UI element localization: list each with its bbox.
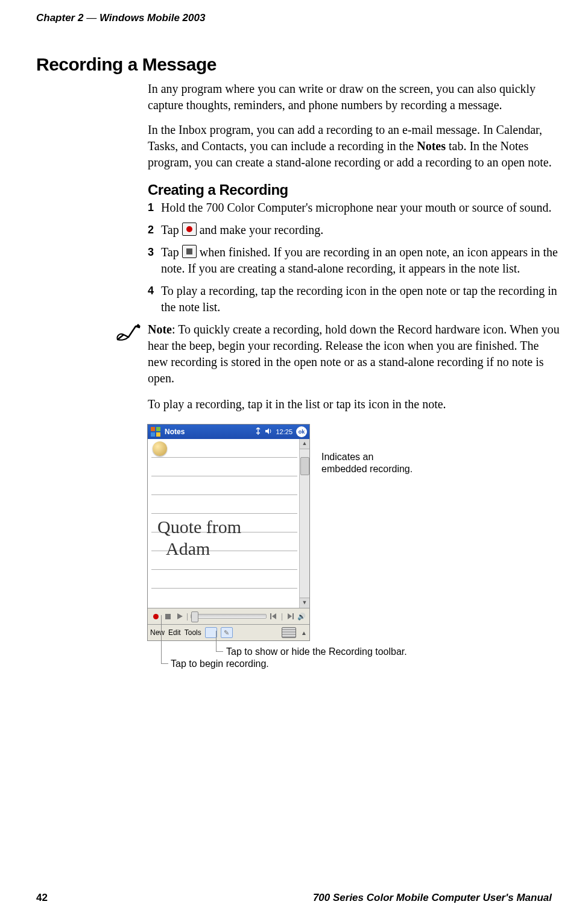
recording-toolbar: | | [148,608,309,624]
toolbar-play-button[interactable] [174,611,185,622]
toolbar-speaker-button[interactable] [296,611,307,622]
note-callout: Note: To quickly create a recording, hol… [115,321,561,387]
handwriting-line-2: Adam [157,538,241,560]
step-3b: when finished. If you are recording in a… [161,245,558,275]
svg-rect-0 [151,427,155,431]
step-3: 3 Tap when finished. If you are recordin… [148,244,561,277]
annotation-begin-recording: Tap to begin recording. [171,659,269,669]
chapter-title: Windows Mobile 2003 [100,12,206,24]
playback-slider[interactable] [191,614,267,619]
menu-tools[interactable]: Tools [185,628,201,637]
svg-rect-3 [156,432,160,437]
device-menu-bar: New Edit Tools ▲ [148,624,309,640]
handwritten-text: Quote from Adam [157,516,241,560]
svg-rect-2 [151,432,155,437]
pen-tool-icon[interactable] [221,627,233,638]
step-1: 1 Hold the 700 Color Computer's micropho… [148,200,561,216]
note-hand-icon [115,321,142,343]
handwriting-line-1: Quote from [157,516,241,538]
vertical-scrollbar[interactable]: ▲ ▼ [299,439,309,608]
svg-rect-1 [156,427,160,431]
step-4: 4 To play a recording, tap the recording… [148,283,561,315]
manual-title: 700 Series Color Mobile Computer User's … [313,892,552,904]
step-number-1: 1 [148,200,156,215]
leader-line-toolbar-h [216,651,223,652]
running-header: Chapter 2 — Windows Mobile 2003 [36,12,552,24]
page-footer: 42 700 Series Color Mobile Computer User… [36,892,552,904]
heading-recording-a-message: Recording a Message [36,54,552,75]
toolbar-prev-button[interactable] [269,611,280,622]
figure-callouts: Tap to show or hide the Recording toolba… [148,646,561,683]
sip-keyboard-icon[interactable] [282,627,296,638]
step-4-text: To play a recording, tap the recording i… [161,283,561,315]
connectivity-icon[interactable] [255,428,261,436]
note-label: Note [148,323,172,336]
stop-icon [182,245,197,258]
app-title: Notes [165,428,251,436]
annotation-embedded-recording: Indicates an embedded recording. [321,451,418,475]
note-body: : To quickly create a recording, hold do… [148,323,560,385]
volume-icon[interactable] [265,428,272,436]
clock-time: 12:25 [276,428,292,435]
page-number: 42 [36,892,48,904]
device-titlebar: Notes 12:25 ok [148,425,309,439]
start-menu-icon[interactable] [150,426,161,437]
step-number-2: 2 [148,222,156,237]
heading-creating-a-recording: Creating a Recording [148,182,561,198]
scroll-up-button[interactable]: ▲ [300,439,309,449]
step-number-3: 3 [148,244,156,259]
step-2-text: Tap and make your recording. [161,222,561,238]
title-status-icons: 12:25 ok [255,426,307,437]
step-3-text: Tap when finished. If you are recording … [161,244,561,277]
record-icon [182,223,197,236]
chapter-label: Chapter 2 [36,12,83,24]
step-1-text: Hold the 700 Color Computer's microphone… [161,200,561,216]
sip-expand-icon[interactable]: ▲ [301,630,307,636]
intro-paragraph-1: In any program where you can write or dr… [148,81,561,113]
toolbar-next-button[interactable] [284,611,295,622]
note-canvas[interactable]: Quote from Adam ▲ ▼ [148,439,309,608]
device-figure: Notes 12:25 ok [148,425,561,640]
scroll-down-button[interactable]: ▼ [300,598,309,608]
step-2a: Tap [161,223,182,236]
ok-button[interactable]: ok [296,426,307,437]
menu-new[interactable]: New [150,628,165,637]
leader-line-toolbar [216,631,217,651]
steps-list: 1 Hold the 700 Color Computer's micropho… [148,200,561,315]
step-3a: Tap [161,245,182,259]
play-recording-paragraph: To play a recording, tap it in the list … [148,396,561,412]
toolbar-separator: | [186,612,188,621]
scroll-thumb[interactable] [300,457,309,475]
step-2: 2 Tap and make your recording. [148,222,561,238]
leader-line-record-h [161,663,168,664]
device-mock: Notes 12:25 ok [148,425,309,640]
p2-bold-notes: Notes [417,139,446,153]
annotation-toolbar-toggle: Tap to show or hide the Recording toolba… [226,646,407,657]
header-separator: — [86,12,96,24]
toolbar-stop-button[interactable] [162,611,173,622]
toolbar-record-button[interactable] [150,611,161,622]
menu-edit[interactable]: Edit [168,628,181,637]
note-text: Note: To quickly create a recording, hol… [148,321,561,387]
embedded-recording-icon[interactable] [153,441,167,456]
toolbar-separator-2: | [281,612,283,621]
step-number-4: 4 [148,283,156,298]
step-2b: and make your recording. [197,223,323,236]
leader-line-record [161,615,162,663]
intro-paragraph-2: In the Inbox program, you can add a reco… [148,122,561,171]
recording-toolbar-toggle-icon[interactable] [205,627,217,638]
body-content: In any program where you can write or dr… [148,81,561,683]
